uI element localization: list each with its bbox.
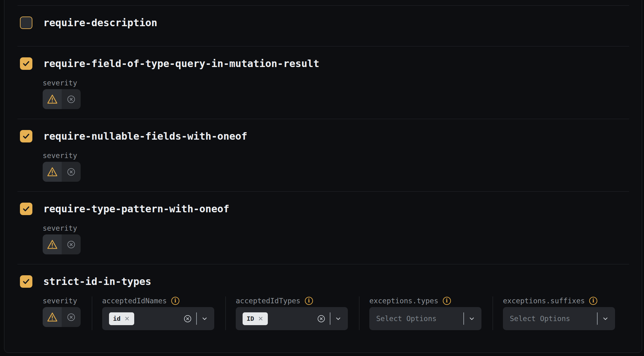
select-placeholder: Select Options bbox=[510, 315, 570, 323]
tag-remove-x-icon[interactable] bbox=[124, 315, 130, 322]
accepted-id-names-column: acceptedIdNames i id bbox=[92, 296, 225, 330]
rule-title: strict-id-in-types bbox=[43, 275, 151, 288]
exceptions-types-column: exceptions.types i Select Options bbox=[359, 296, 493, 330]
warning-triangle-icon bbox=[46, 312, 58, 322]
checkmark-icon bbox=[22, 60, 30, 68]
info-icon[interactable]: i bbox=[443, 297, 451, 305]
severity-off-button[interactable] bbox=[62, 162, 81, 182]
rule-title: require-description bbox=[43, 17, 157, 29]
rule-header: require-field-of-type-query-in-mutation-… bbox=[17, 57, 629, 70]
circle-x-icon bbox=[67, 313, 76, 322]
severity-toggle bbox=[43, 89, 81, 109]
rule-row-require-type-pattern-with-oneof: require-type-pattern-with-oneof severity bbox=[17, 191, 629, 264]
clear-all-circle-x-icon[interactable] bbox=[317, 315, 325, 323]
accepted-id-types-column: acceptedIdTypes i ID bbox=[225, 296, 359, 330]
severity-column: severity bbox=[43, 224, 92, 254]
severity-off-button[interactable] bbox=[62, 234, 81, 254]
exceptions-suffixes-multiselect[interactable]: Select Options bbox=[503, 307, 615, 330]
option-label: exceptions.types bbox=[369, 297, 438, 305]
option-label: acceptedIdNames bbox=[102, 297, 167, 305]
severity-warn-button[interactable] bbox=[43, 234, 62, 254]
rule-header: require-type-pattern-with-oneof bbox=[17, 203, 629, 215]
exceptions-suffixes-column: exceptions.suffixes i Select Options bbox=[493, 296, 626, 330]
checkmark-icon bbox=[22, 277, 30, 286]
warning-triangle-icon bbox=[46, 94, 58, 104]
warning-triangle-icon bbox=[46, 166, 58, 177]
select-divider bbox=[330, 312, 330, 325]
rule-checkbox-checked[interactable] bbox=[20, 130, 32, 142]
tag-remove-x-icon[interactable] bbox=[258, 315, 264, 322]
tag-label: id bbox=[113, 315, 121, 322]
select-placeholder: Select Options bbox=[376, 315, 437, 323]
severity-label: severity bbox=[43, 79, 77, 87]
severity-column: severity bbox=[43, 296, 92, 327]
clear-all-circle-x-icon[interactable] bbox=[183, 315, 192, 323]
rule-title: require-field-of-type-query-in-mutation-… bbox=[43, 57, 319, 70]
rule-header: require-description bbox=[17, 17, 629, 29]
info-icon[interactable]: i bbox=[171, 297, 179, 305]
select-divider bbox=[597, 312, 598, 325]
severity-off-button[interactable] bbox=[62, 307, 81, 327]
rule-checkbox-unchecked[interactable] bbox=[20, 17, 32, 29]
rules-config-panel: require-description require-field-of-typ… bbox=[4, 0, 642, 353]
circle-x-icon bbox=[67, 167, 76, 176]
severity-column: severity bbox=[43, 151, 92, 182]
chevron-down-icon[interactable] bbox=[201, 315, 208, 322]
rule-checkbox-checked[interactable] bbox=[20, 275, 32, 288]
selected-tag: ID bbox=[243, 312, 268, 325]
rule-options: severity bbox=[43, 151, 629, 182]
rule-title: require-nullable-fields-with-oneof bbox=[43, 130, 247, 142]
severity-column: severity bbox=[43, 79, 92, 109]
rule-row-require-nullable-fields-with-oneof: require-nullable-fields-with-oneof sever… bbox=[17, 119, 629, 191]
severity-label: severity bbox=[43, 224, 77, 232]
warning-triangle-icon bbox=[46, 239, 58, 250]
circle-x-icon bbox=[67, 240, 76, 249]
severity-label: severity bbox=[43, 152, 77, 160]
circle-x-icon bbox=[67, 95, 76, 104]
accepted-id-types-multiselect[interactable]: ID bbox=[236, 307, 348, 330]
severity-toggle bbox=[43, 234, 81, 254]
rule-options: severity bbox=[43, 79, 629, 109]
checkmark-icon bbox=[22, 205, 30, 213]
rule-row-require-field-of-type-query-in-mutation-result: require-field-of-type-query-in-mutation-… bbox=[17, 46, 629, 119]
select-divider bbox=[196, 312, 197, 325]
select-divider bbox=[463, 312, 464, 325]
rule-checkbox-checked[interactable] bbox=[20, 203, 32, 215]
info-icon[interactable]: i bbox=[589, 297, 597, 305]
rule-row-require-description: require-description bbox=[17, 5, 629, 46]
rule-options: severity bbox=[43, 224, 629, 254]
tag-label: ID bbox=[247, 315, 254, 322]
info-icon[interactable]: i bbox=[305, 297, 313, 305]
rule-options: severity bbox=[43, 296, 629, 330]
severity-toggle bbox=[43, 307, 81, 327]
rule-checkbox-checked[interactable] bbox=[20, 57, 32, 70]
accepted-id-names-multiselect[interactable]: id bbox=[102, 307, 214, 330]
selected-tag: id bbox=[109, 312, 134, 325]
severity-label: severity bbox=[43, 297, 77, 305]
chevron-down-icon[interactable] bbox=[468, 315, 475, 322]
severity-off-button[interactable] bbox=[62, 89, 81, 109]
option-label: acceptedIdTypes bbox=[236, 297, 301, 305]
rule-title: require-type-pattern-with-oneof bbox=[43, 203, 229, 215]
rule-row-strict-id-in-types: strict-id-in-types severity bbox=[17, 264, 629, 353]
severity-warn-button[interactable] bbox=[43, 307, 62, 327]
rule-header: strict-id-in-types bbox=[17, 275, 629, 288]
exceptions-types-multiselect[interactable]: Select Options bbox=[369, 307, 481, 330]
severity-warn-button[interactable] bbox=[43, 89, 62, 109]
checkmark-icon bbox=[22, 132, 30, 140]
option-label: exceptions.suffixes bbox=[503, 297, 585, 305]
chevron-down-icon[interactable] bbox=[335, 315, 342, 322]
severity-warn-button[interactable] bbox=[43, 162, 62, 182]
chevron-down-icon[interactable] bbox=[602, 315, 609, 322]
rule-header: require-nullable-fields-with-oneof bbox=[17, 130, 629, 142]
severity-toggle bbox=[43, 162, 81, 182]
